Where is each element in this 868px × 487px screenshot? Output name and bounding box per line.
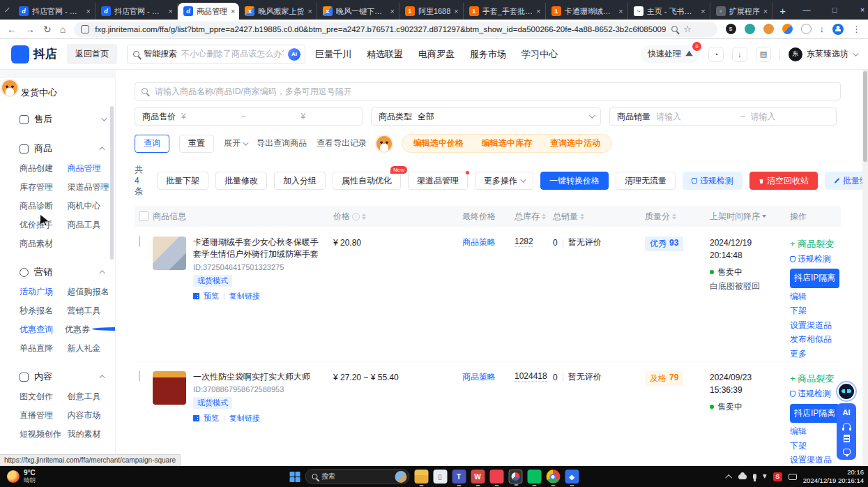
nav-fuwu-shichang[interactable]: 服务市场 bbox=[470, 48, 506, 61]
copy-link[interactable]: 复制链接 bbox=[229, 291, 260, 301]
tab-close-icon[interactable]: × bbox=[86, 7, 91, 15]
window-maximize-button[interactable]: □ bbox=[821, 0, 848, 20]
sort-icon[interactable] bbox=[580, 213, 584, 220]
preview-link[interactable]: 预览 bbox=[204, 413, 219, 424]
sidebar-item-live-manage[interactable]: 直播管理 bbox=[20, 410, 68, 421]
tab-close-icon[interactable]: × bbox=[231, 7, 235, 15]
batch-edit-button[interactable]: 批量编辑商品 bbox=[825, 172, 862, 190]
col-product-info[interactable]: 商品信息 bbox=[153, 211, 333, 223]
channel-manage-button[interactable]: 渠道品管理 bbox=[408, 172, 468, 190]
offshelf-link[interactable]: 下架 bbox=[790, 306, 807, 315]
sidebar-item-product-diagnose[interactable]: 商品诊断 bbox=[20, 200, 68, 212]
sidebar-item-stock-manage[interactable]: 库存管理 bbox=[20, 181, 68, 193]
sidebar-group-content-header[interactable]: 内容 bbox=[0, 366, 115, 387]
nav-jingxuan-lianmeng[interactable]: 精选联盟 bbox=[367, 48, 403, 61]
ip-isolation-button[interactable]: 抖店IP隔离 bbox=[790, 269, 839, 288]
bookmark-star-icon[interactable]: ☆ bbox=[683, 24, 692, 34]
col-price[interactable]: 价格i bbox=[333, 211, 462, 223]
sidebar-item-flash-sale[interactable]: 秒杀报名 bbox=[20, 305, 68, 317]
browser-tab[interactable]: 晚风搬家上货× bbox=[239, 3, 317, 20]
taskbar-teams-icon[interactable]: T bbox=[452, 470, 466, 484]
downloads-icon[interactable]: ↓ bbox=[820, 24, 825, 34]
copy-link[interactable]: 复制链接 bbox=[229, 413, 260, 424]
window-minimize-button[interactable]: — bbox=[793, 0, 821, 20]
set-channel-link[interactable]: 设置渠道品 bbox=[790, 320, 832, 330]
scrollbar-thumb[interactable] bbox=[863, 71, 867, 162]
browser-tab[interactable]: 主页 - 飞书云文档× bbox=[628, 3, 710, 20]
sidebar-item-opportunity-center[interactable]: 商机中心 bbox=[68, 200, 116, 212]
tray-expand-icon[interactable] bbox=[725, 474, 732, 481]
preview-link[interactable]: 预览 bbox=[204, 291, 219, 301]
document-icon[interactable] bbox=[844, 435, 850, 442]
add-to-group-button[interactable]: 加入分组 bbox=[274, 172, 326, 190]
browser-tab[interactable]: 抖店官网 - 抖音小× bbox=[13, 3, 96, 20]
smart-search-box[interactable]: 智能搜索 不小心删除了商品该怎么办? AI bbox=[127, 45, 305, 64]
reload-icon[interactable]: ↻ bbox=[43, 24, 52, 35]
sidebar-item-product-material[interactable]: 商品素材 bbox=[20, 238, 70, 250]
ai-search-badge[interactable]: AI bbox=[288, 48, 300, 61]
headset-icon[interactable] bbox=[843, 423, 851, 428]
select-all-checkbox[interactable] bbox=[139, 211, 149, 221]
browser-menu-icon[interactable]: ⋮ bbox=[852, 24, 861, 34]
export-history-link[interactable]: 查看导出记录 bbox=[317, 137, 367, 149]
query-selected-activity-link[interactable]: 查询选中活动 bbox=[550, 137, 600, 149]
edit-link[interactable]: 编辑 bbox=[790, 292, 807, 301]
sort-icon[interactable] bbox=[672, 213, 676, 220]
doudian-logo[interactable]: 抖店 bbox=[11, 45, 57, 63]
edit-selected-stock-link[interactable]: 编辑选中库存 bbox=[482, 137, 532, 149]
address-bar[interactable]: fxg.jinritemai.com/ffa/g/list?btm_ppre=a… bbox=[74, 22, 717, 37]
row-checkbox[interactable] bbox=[139, 370, 140, 382]
empty-trash-button[interactable]: 清空回收站 bbox=[749, 172, 818, 190]
tab-close-icon[interactable]: × bbox=[454, 7, 458, 15]
tab-close-icon[interactable]: × bbox=[307, 7, 312, 15]
new-tab-button[interactable]: + bbox=[772, 5, 793, 20]
zoom-icon[interactable] bbox=[671, 26, 678, 32]
tab-close-icon[interactable]: × bbox=[536, 7, 540, 15]
stock-value[interactable]: 1024418 bbox=[515, 371, 547, 382]
qrcode-icon[interactable] bbox=[193, 293, 199, 299]
tab-close-icon[interactable]: × bbox=[169, 7, 173, 15]
tray-mic-icon[interactable] bbox=[753, 474, 756, 479]
extension-clipboard-icon[interactable] bbox=[801, 24, 812, 34]
extension-bird-icon[interactable] bbox=[745, 24, 755, 34]
sales-range-filter[interactable]: 商品销量 ~ bbox=[609, 107, 837, 126]
product-thumbnail[interactable] bbox=[153, 237, 186, 270]
taskbar-search[interactable]: 搜索 bbox=[305, 469, 409, 484]
taskbar-chrome-icon[interactable] bbox=[546, 470, 560, 484]
taskbar-browser-active-icon[interactable] bbox=[508, 470, 522, 484]
product-title[interactable]: 一次性防尘袋啊实打实大师大师 bbox=[193, 371, 323, 383]
site-info-icon[interactable] bbox=[81, 25, 89, 33]
taskbar-clock[interactable]: 20:16 2024/12/19 20:16:14 bbox=[803, 468, 864, 485]
start-button[interactable] bbox=[289, 472, 300, 482]
export-products-link[interactable]: 导出查询商品 bbox=[257, 137, 307, 149]
qrcode-icon[interactable] bbox=[193, 415, 199, 421]
violation-check-button[interactable]: 违规检测 bbox=[683, 172, 743, 190]
home-icon[interactable]: ⌂ bbox=[60, 24, 66, 35]
col-operations[interactable]: 操作 bbox=[790, 211, 841, 223]
publish-similar-link[interactable]: 发布相似品 bbox=[790, 334, 832, 344]
taskbar-wps-icon[interactable]: W bbox=[471, 470, 485, 484]
shop-account-menu[interactable]: 东 东莱臻选坊 bbox=[789, 47, 857, 61]
quality-score-chip[interactable]: 及格79 bbox=[645, 371, 683, 386]
tab-close-icon[interactable]: × bbox=[763, 7, 768, 15]
product-search-input[interactable] bbox=[135, 82, 841, 100]
row-checkbox[interactable] bbox=[139, 236, 140, 247]
convert-price-button[interactable]: 一键转换价格 bbox=[540, 172, 609, 190]
sidebar-item-coupon-query[interactable]: 优惠查询 bbox=[20, 324, 65, 336]
product-strategy-link[interactable]: 商品策略 bbox=[462, 372, 496, 382]
col-quality[interactable]: 质量分 bbox=[645, 211, 710, 223]
sidebar-item-marketing-tools[interactable]: 营销工具 bbox=[68, 305, 116, 317]
ip-isolation-button[interactable]: 抖店IP隔离 bbox=[790, 404, 839, 424]
tab-close-icon[interactable]: × bbox=[701, 7, 705, 15]
tab-search-chevron-icon[interactable] bbox=[5, 8, 9, 12]
expand-link[interactable]: 展开 bbox=[224, 137, 247, 149]
sidebar-item-video-create[interactable]: 短视频创作 bbox=[20, 428, 68, 440]
tray-sunlogin-icon[interactable]: S bbox=[773, 472, 782, 481]
sidebar-group-marketing-header[interactable]: 营销 bbox=[0, 262, 115, 283]
download-app-icon[interactable]: ↓ bbox=[732, 47, 747, 62]
product-split-link[interactable]: + 商品裂变 bbox=[790, 371, 841, 387]
attr-auto-optimize-button[interactable]: 属性自动优化New bbox=[333, 172, 401, 190]
taskbar-notes-icon[interactable] bbox=[489, 470, 503, 484]
sidebar-group-product-header[interactable]: 商品 bbox=[0, 138, 115, 159]
col-sales[interactable]: 总销量 bbox=[553, 211, 645, 223]
